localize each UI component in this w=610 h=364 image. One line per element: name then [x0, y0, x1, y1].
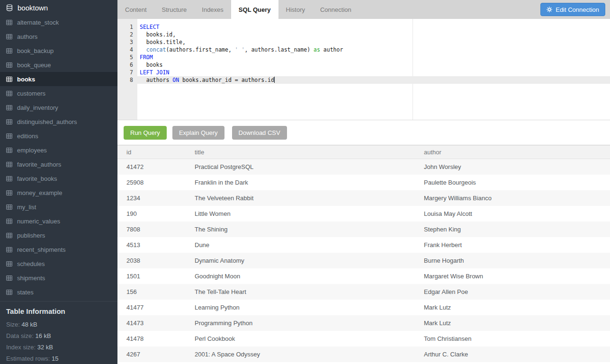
table-row[interactable]: 4267 2001: A Space Odyssey Arthur C. Cla… [117, 346, 610, 362]
sidebar-item-alternate_stock[interactable]: alternate_stock [0, 15, 117, 29]
cell-author: Louisa May Alcott [424, 210, 610, 217]
code-line-1[interactable]: SELECT [137, 23, 610, 31]
sidebar-item-recent_shipments[interactable]: recent_shipments [0, 242, 117, 257]
sidebar-table-label: editions [17, 133, 38, 140]
sidebar-item-customers[interactable]: customers [0, 86, 117, 100]
sidebar-item-employees[interactable]: employees [0, 143, 117, 157]
tab-structure[interactable]: Structure [154, 0, 195, 19]
table-row[interactable]: 156 The Tell-Tale Heart Edgar Allen Poe [117, 284, 610, 300]
results-header-row: idtitleauthor [117, 145, 610, 159]
sidebar-item-schedules[interactable]: schedules [0, 257, 117, 271]
table-icon [6, 261, 12, 266]
table-info-label: Estimated rows: [6, 355, 52, 362]
sidebar-item-book_queue[interactable]: book_queue [0, 58, 117, 72]
sidebar-item-books[interactable]: books [0, 72, 117, 86]
cell-id: 2038 [126, 257, 195, 264]
table-icon [6, 105, 12, 110]
table-row[interactable]: 41477 Learning Python Mark Lutz [117, 300, 610, 315]
table-row[interactable]: 4513 Dune Frank Herbert [117, 237, 610, 253]
tab-label: SQL Query [239, 6, 271, 13]
sidebar-database-header[interactable]: booktown [0, 0, 117, 15]
table-row[interactable]: 1501 Goodnight Moon Margaret Wise Brown [117, 268, 610, 284]
sql-token-builtin: concat [146, 46, 166, 53]
sidebar-item-my_list[interactable]: my_list [0, 200, 117, 214]
results-body: 41472 Practical PostgreSQL John Worsley … [117, 159, 610, 362]
code-line-7[interactable]: LEFT JOIN [137, 69, 610, 76]
table-icon [6, 176, 12, 181]
column-header-author[interactable]: author [424, 149, 610, 156]
table-info-row: Data size: 16 kB [6, 330, 111, 342]
explain-query-button[interactable]: Explain Query [172, 126, 224, 140]
code-line-8[interactable]: authors ON books.author_id = authors.id [137, 76, 610, 84]
sql-token-plain: books [140, 62, 162, 68]
table-info-label: Data size: [6, 332, 35, 339]
run-query-button[interactable]: Run Query [124, 126, 167, 140]
sidebar-item-money_example[interactable]: money_example [0, 186, 117, 200]
table-info-row: Size: 48 kB [6, 319, 111, 330]
edit-connection-button[interactable]: Edit Connection [540, 3, 605, 16]
table-info-value: 15 [52, 355, 58, 362]
sidebar-table-label: schedules [17, 260, 45, 267]
sidebar-table-label: authors [17, 33, 37, 40]
sidebar-table-label: money_example [17, 189, 62, 196]
sidebar-item-publishers[interactable]: publishers [0, 228, 117, 242]
column-header-title[interactable]: title [195, 149, 424, 156]
sidebar-item-book_backup[interactable]: book_backup [0, 44, 117, 58]
cell-author: Mark Lutz [424, 304, 610, 311]
line-number: 4 [117, 46, 137, 53]
code-line-5[interactable]: FROM [137, 53, 610, 61]
tab-label: Content [125, 6, 147, 13]
tab-history[interactable]: History [278, 0, 313, 19]
editor-code-area[interactable]: SELECT books.id, books.title, concat(aut… [137, 19, 610, 120]
table-icon [6, 77, 12, 82]
cell-id: 41477 [126, 304, 195, 311]
tab-indexes[interactable]: Indexes [194, 0, 231, 19]
table-icon [6, 148, 12, 153]
tab-label: Structure [162, 6, 187, 13]
sidebar-table-label: customers [17, 90, 45, 97]
cell-author: Burne Hogarth [424, 257, 610, 264]
table-row[interactable]: 41472 Practical PostgreSQL John Worsley [117, 159, 610, 175]
cell-author: Margaret Wise Brown [424, 273, 610, 280]
table-row[interactable]: 2038 Dynamic Anatomy Burne Hogarth [117, 253, 610, 268]
cell-author: Arthur C. Clarke [424, 351, 610, 358]
cell-title: Goodnight Moon [195, 273, 424, 280]
table-icon [6, 119, 12, 124]
edit-connection-label: Edit Connection [556, 6, 599, 13]
sidebar-table-label: daily_inventory [17, 104, 58, 111]
code-line-3[interactable]: books.title, [137, 38, 610, 46]
table-row[interactable]: 41473 Programming Python Mark Lutz [117, 315, 610, 331]
code-line-6[interactable]: books [137, 61, 610, 69]
tab-content[interactable]: Content [117, 0, 154, 19]
table-row[interactable]: 1234 The Velveteen Rabbit Margery Willia… [117, 190, 610, 206]
editor-gutter: 12345678 [117, 19, 137, 120]
table-row[interactable]: 41478 Perl Cookbook Tom Christiansen [117, 331, 610, 346]
table-row[interactable]: 25908 Franklin in the Dark Paulette Bour… [117, 175, 610, 190]
code-line-4[interactable]: concat(authors.first_name, ' ', authors.… [137, 46, 610, 53]
table-row[interactable]: 190 Little Women Louisa May Alcott [117, 206, 610, 222]
sidebar-item-favorite_authors[interactable]: favorite_authors [0, 157, 117, 171]
sidebar-item-shipments[interactable]: shipments [0, 271, 117, 285]
sidebar-item-states[interactable]: states [0, 285, 117, 299]
cell-id: 190 [126, 210, 195, 217]
sql-token-plain: books.title, [140, 39, 186, 45]
sidebar-item-authors[interactable]: authors [0, 29, 117, 44]
sql-token-plain: authors [140, 77, 172, 83]
table-info-value: 48 kB [22, 321, 37, 328]
column-header-id[interactable]: id [126, 149, 195, 156]
sql-editor[interactable]: 12345678 SELECT books.id, books.title, c… [117, 19, 610, 120]
table-row[interactable]: 7808 The Shining Stephen King [117, 222, 610, 237]
app-window: booktown alternate_stock [0, 0, 610, 364]
sidebar-item-daily_inventory[interactable]: daily_inventory [0, 100, 117, 115]
tab-connection[interactable]: Connection [313, 0, 359, 19]
sidebar-item-distinguished_authors[interactable]: distinguished_authors [0, 115, 117, 129]
table-icon [6, 233, 12, 238]
tab-sql-query[interactable]: SQL Query [231, 0, 278, 19]
download-csv-button[interactable]: Download CSV [232, 126, 287, 140]
sidebar-item-numeric_values[interactable]: numeric_values [0, 214, 117, 228]
cell-id: 1234 [126, 195, 195, 202]
sql-token-plain [140, 46, 146, 53]
sidebar-item-favorite_books[interactable]: favorite_books [0, 171, 117, 186]
sidebar-item-editions[interactable]: editions [0, 129, 117, 143]
code-line-2[interactable]: books.id, [137, 31, 610, 38]
